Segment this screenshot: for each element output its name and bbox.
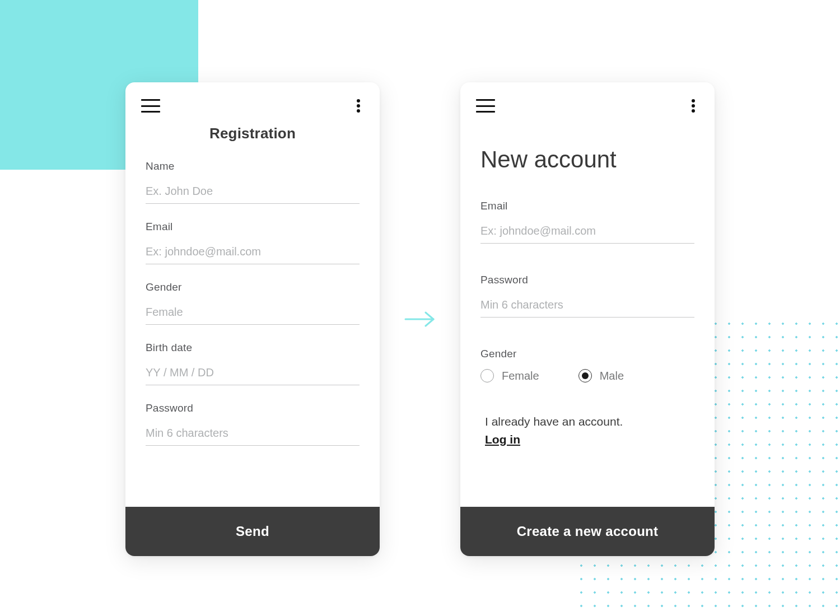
new-account-title: New account xyxy=(480,146,694,173)
gender-radio-female[interactable]: Female xyxy=(480,369,539,382)
gender-input[interactable] xyxy=(146,302,360,325)
more-options-icon[interactable] xyxy=(353,98,364,114)
password-input[interactable] xyxy=(480,295,694,318)
password-label: Password xyxy=(146,402,360,414)
password-input[interactable] xyxy=(146,423,360,446)
topbar xyxy=(125,82,380,120)
more-options-icon[interactable] xyxy=(688,98,699,114)
registration-content: Registration Name Email Gender Birth dat… xyxy=(125,120,380,507)
gender-male-label: Male xyxy=(600,370,624,382)
birthdate-label: Birth date xyxy=(146,342,360,354)
gender-radio-male[interactable]: Male xyxy=(578,369,624,382)
gender-field: Gender Female Male xyxy=(480,348,694,382)
login-link[interactable]: Log in xyxy=(485,433,520,446)
new-account-content: New account Email Password Gender Female xyxy=(460,120,715,507)
existing-account-text: I already have an account. xyxy=(485,415,623,428)
birthdate-input[interactable] xyxy=(146,363,360,385)
create-account-button[interactable]: Create a new account xyxy=(460,507,715,556)
name-input[interactable] xyxy=(146,181,360,204)
existing-account: I already have an account. Log in xyxy=(480,413,694,448)
gender-label: Gender xyxy=(146,281,360,293)
password-field: Password xyxy=(146,402,360,446)
birthdate-field: Birth date xyxy=(146,342,360,385)
radio-icon xyxy=(480,369,494,382)
email-input[interactable] xyxy=(480,221,694,244)
gender-label: Gender xyxy=(480,348,694,360)
gender-field: Gender xyxy=(146,281,360,325)
stage: Registration Name Email Gender Birth dat… xyxy=(0,0,840,616)
name-field: Name xyxy=(146,160,360,204)
radio-icon xyxy=(578,369,592,382)
email-label: Email xyxy=(146,221,360,233)
password-field: Password xyxy=(480,274,694,318)
registration-title: Registration xyxy=(146,125,360,142)
name-label: Name xyxy=(146,160,360,172)
email-field: Email xyxy=(480,200,694,244)
email-label: Email xyxy=(480,200,694,212)
send-button[interactable]: Send xyxy=(125,507,380,556)
hamburger-menu-icon[interactable] xyxy=(141,99,160,113)
password-label: Password xyxy=(480,274,694,286)
gender-radio-group: Female Male xyxy=(480,369,694,382)
new-account-card: New account Email Password Gender Female xyxy=(460,82,715,556)
arrow-right-icon xyxy=(402,310,438,329)
gender-female-label: Female xyxy=(502,370,539,382)
topbar xyxy=(460,82,715,120)
hamburger-menu-icon[interactable] xyxy=(476,99,495,113)
registration-card: Registration Name Email Gender Birth dat… xyxy=(125,82,380,556)
email-field: Email xyxy=(146,221,360,264)
email-input[interactable] xyxy=(146,242,360,264)
